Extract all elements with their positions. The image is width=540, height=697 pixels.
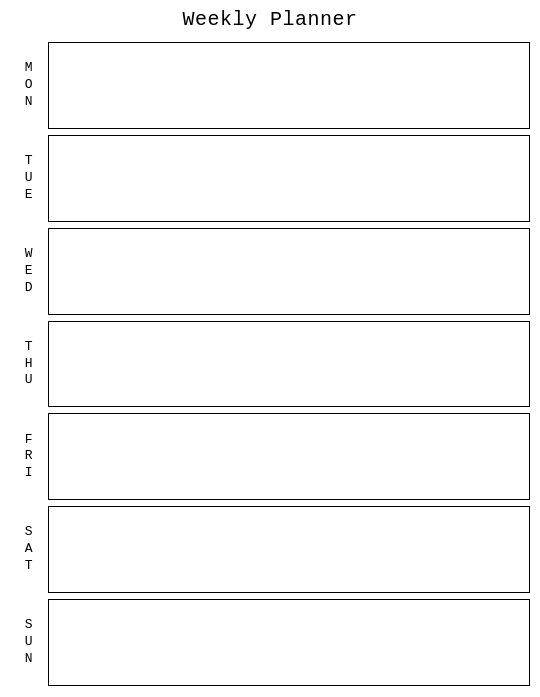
day-label-mon: MON [10,39,48,132]
day-box-fri[interactable] [48,413,530,500]
day-row-fri: FRI [10,410,530,503]
day-row-mon: MON [10,39,530,132]
day-label-tue: TUE [10,132,48,225]
day-label-fri: FRI [10,410,48,503]
page-title: Weekly Planner [10,8,530,31]
day-label-thu: THU [10,318,48,411]
day-row-wed: WED [10,225,530,318]
day-label-sat: SAT [10,503,48,596]
day-box-thu[interactable] [48,321,530,408]
day-box-mon[interactable] [48,42,530,129]
day-row-sat: SAT [10,503,530,596]
day-box-wed[interactable] [48,228,530,315]
day-box-sun[interactable] [48,599,530,686]
day-row-thu: THU [10,318,530,411]
day-box-tue[interactable] [48,135,530,222]
day-box-sat[interactable] [48,506,530,593]
day-row-tue: TUE [10,132,530,225]
day-label-wed: WED [10,225,48,318]
day-row-sun: SUN [10,596,530,689]
planner-grid: MONTUEWEDTHUFRISATSUN [10,39,530,689]
day-label-sun: SUN [10,596,48,689]
